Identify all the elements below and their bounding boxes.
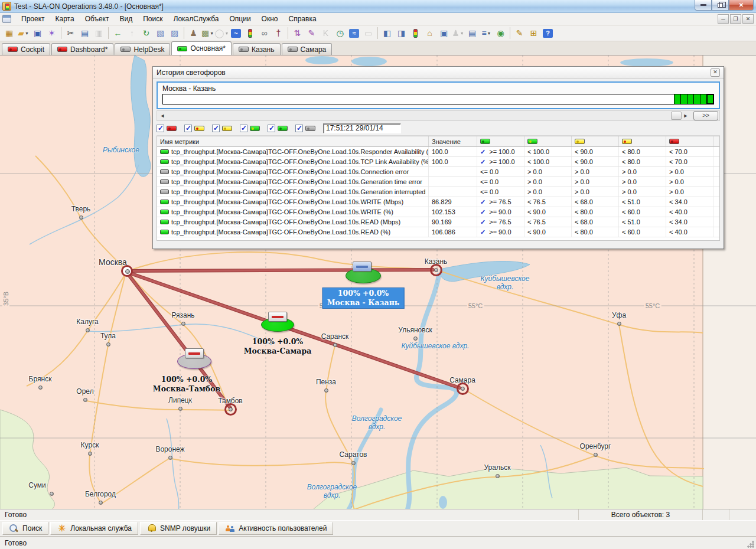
window-palette-icon[interactable]: ▨ (168, 27, 181, 40)
time-display[interactable]: 17:51:21 29/01/14 (323, 123, 401, 133)
title-bar[interactable]: Test - SLA-ON Operations 3.48.0 - [Основ… (0, 0, 756, 13)
menu-item-2[interactable]: Карта (50, 14, 80, 24)
tab-основная[interactable]: Основная* (171, 41, 231, 55)
menu-item-4[interactable]: Вид (115, 14, 138, 24)
window-list-icon[interactable]: ▤ (465, 27, 479, 40)
dock-button-search[interactable]: Поиск (2, 522, 48, 535)
metric-row[interactable]: tcp_throughput.[Москва-Самара]TGC-OFF.On… (157, 167, 719, 177)
home-icon[interactable]: ⌂ (423, 27, 436, 40)
timeline-cell[interactable] (706, 94, 714, 104)
link-device-icon[interactable] (185, 348, 204, 358)
timeline-cell[interactable] (700, 94, 706, 104)
timeline-scrollbar[interactable]: ◄ ► >> (157, 110, 720, 121)
tab-cockpit[interactable]: Cockpit (2, 43, 50, 55)
image-icon[interactable]: ▩▼ (201, 27, 214, 40)
col-status-red[interactable] (666, 136, 713, 146)
badge-москва-казань-label[interactable]: 100% +0.0%Москва - Казань (322, 287, 405, 309)
menu-item-5[interactable]: Поиск (138, 14, 168, 24)
link-icon[interactable]: ∞ (258, 27, 271, 40)
traffic-history-dialog[interactable]: История светофоров ✕ Москва - Казань ◄ ►… (152, 66, 724, 249)
dock-button-bell[interactable]: SNMP ловушки (140, 522, 217, 535)
link-device-icon[interactable] (353, 262, 372, 272)
dock-button-users[interactable]: Активность пользователей (219, 522, 333, 535)
col-value[interactable]: Значение (429, 136, 477, 146)
close-button[interactable]: ✕ (729, 0, 754, 11)
filter-checkbox-redyellow[interactable] (184, 125, 192, 132)
panel-left-icon[interactable]: ◧ (380, 27, 394, 40)
restore-button[interactable] (712, 0, 729, 11)
filter-checkbox-red[interactable] (157, 125, 164, 132)
mdi-child-icon[interactable] (2, 15, 11, 23)
timeline-cell[interactable] (687, 94, 693, 104)
filter-checkbox-green[interactable] (268, 125, 275, 132)
col-status-yellow[interactable] (572, 136, 619, 146)
more-button[interactable]: >> (693, 111, 718, 120)
menu-item-1[interactable]: Проект (16, 14, 50, 24)
node-казань[interactable] (430, 264, 442, 276)
metric-row[interactable]: tcp_throughput.[Москва-Самара]TGC-OFF.On… (157, 197, 719, 207)
tab-helpdesk[interactable]: HelpDesk (115, 43, 170, 55)
filter-checkbox-yellow[interactable] (212, 125, 220, 132)
new-map-icon[interactable]: ▦ (2, 27, 16, 40)
menu-item-8[interactable]: Окно (256, 14, 284, 24)
menu-item-3[interactable]: Объект (80, 14, 115, 24)
node-тамбов[interactable] (224, 403, 237, 416)
metric-row[interactable]: tcp_throughput.[Москва-Самара]TGC-OFF.On… (157, 147, 719, 157)
wizard-icon[interactable]: ✶ (45, 27, 58, 40)
menu-item-7[interactable]: Опции (224, 14, 256, 24)
metric-row[interactable]: tcp_throughput.[Москва-Самара]TGC-OFF.On… (157, 207, 719, 217)
mdi-minimize-button[interactable]: ─ (718, 14, 729, 24)
dialog-title-bar[interactable]: История светофоров ✕ (153, 67, 724, 79)
badge-москва-тамбов-label[interactable]: 100% +0.0%Москва-Тамбов (153, 375, 220, 394)
scroll-right-icon[interactable]: ► (682, 113, 690, 119)
cut-icon[interactable]: ✂ (64, 27, 77, 40)
node-москва[interactable] (121, 265, 133, 277)
resize-grip[interactable] (747, 540, 755, 548)
traffic-column-icon[interactable] (409, 27, 422, 40)
scroll-left-icon[interactable]: ◄ (158, 113, 167, 119)
scroll-thumb[interactable] (671, 112, 682, 120)
filter-checkbox-yellowgreen[interactable] (240, 125, 247, 132)
timeline-cell[interactable] (680, 94, 687, 104)
list-icon[interactable]: ≡▼ (480, 27, 493, 40)
menu-item-9[interactable]: Справка (284, 14, 322, 24)
minimize-button[interactable] (695, 0, 712, 11)
timeline-cell[interactable] (693, 94, 700, 104)
metric-row[interactable]: tcp_throughput.[Москва-Самара]TGC-OFF.On… (157, 177, 719, 187)
pin-icon[interactable]: † (272, 27, 285, 40)
dialog-close-icon[interactable]: ✕ (711, 68, 720, 77)
sync-icon[interactable]: ⇅ (291, 27, 304, 40)
assign-icon[interactable]: ✎ (305, 27, 318, 40)
tab-казань[interactable]: Казань (233, 43, 281, 55)
timeline-bar[interactable] (162, 94, 714, 104)
menu-item-6[interactable]: ЛокалСлужба (168, 14, 224, 24)
globe-icon[interactable]: ◉ (494, 27, 507, 40)
refresh-icon[interactable]: ↻ (139, 27, 153, 40)
panel-bottom-icon[interactable]: ◨ (395, 27, 408, 40)
chart-icon[interactable]: ~ (229, 27, 243, 40)
timeline-cell[interactable] (674, 94, 680, 104)
layers-icon[interactable]: ▣ (437, 27, 451, 40)
mdi-close-button[interactable]: ✕ (742, 14, 754, 24)
metric-row[interactable]: tcp_throughput.[Москва-Самара]TGC-OFF.On… (157, 187, 719, 197)
copy-icon[interactable]: ▤ (78, 27, 92, 40)
save-icon[interactable]: ▣ (31, 27, 44, 40)
tree-icon[interactable]: ⊞ (527, 27, 540, 40)
badge-москва-самара-label[interactable]: 100% +0.0%Москва-Самара (244, 337, 312, 356)
filter-checkbox-gray[interactable] (295, 125, 303, 132)
open-project-icon[interactable]: ▰▼ (17, 27, 30, 40)
col-status-yellowgreen[interactable] (524, 136, 572, 146)
metric-row[interactable]: tcp_throughput.[Москва-Самара]TGC-OFF.On… (157, 217, 719, 227)
history-clock-icon[interactable]: ◷ (333, 27, 347, 40)
dock-button-service[interactable]: ✳Локальная служба (50, 522, 138, 535)
graph-window-icon[interactable]: ≈ (347, 27, 361, 40)
back-icon[interactable]: ← (111, 27, 125, 40)
metric-row[interactable]: tcp_throughput.[Москва-Самара]TGC-OFF.On… (157, 157, 719, 167)
joystick-icon[interactable]: ♟ (187, 27, 200, 40)
col-metric-name[interactable]: Имя метрики (157, 136, 429, 146)
col-status-redyellow[interactable] (619, 136, 666, 146)
tab-dashboard[interactable]: Dashboard* (51, 43, 113, 55)
traffic-light-icon[interactable] (243, 27, 257, 40)
col-status-green[interactable] (477, 136, 524, 146)
node-самара[interactable] (457, 383, 469, 395)
